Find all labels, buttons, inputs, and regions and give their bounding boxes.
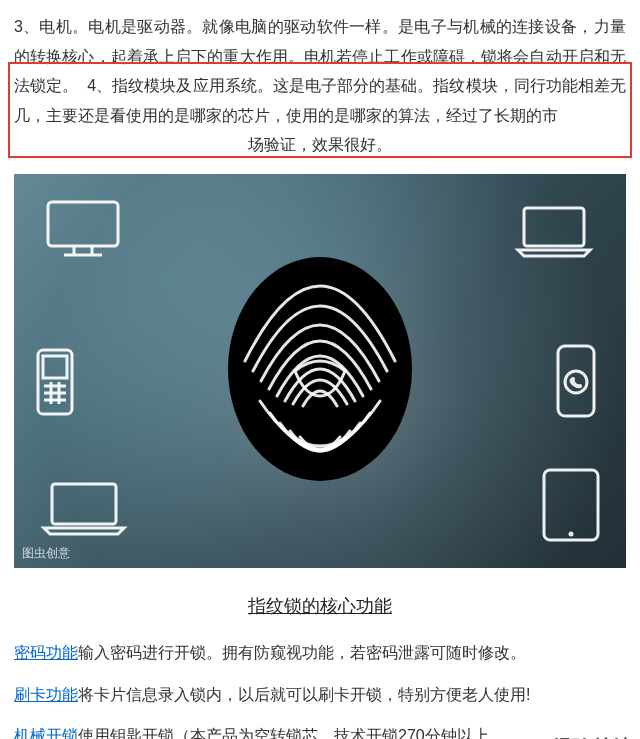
image-credit: 图虫创意 [22,545,70,562]
svg-rect-15 [544,470,598,540]
fingerprint-icon [215,241,425,491]
feature-password: 密码功能输入密码进行开锁。拥有防窥视功能，若密码泄露可随时修改。 [14,640,626,666]
hero-image: 图虫创意 [14,174,626,568]
feature-mechanical: 机械开锁使用钥匙开锁（本产品为空转锁芯，技术开锁270分钟以上 [14,723,626,739]
tablet-icon [540,466,602,544]
svg-point-16 [569,531,574,536]
svg-rect-14 [52,484,116,524]
paragraph-part-3: 场验证，效果很好。 [14,130,626,160]
feature-text-card: 将卡片信息录入锁内，以后就可以刷卡开锁，特别方便老人使用! [78,686,530,703]
section-title: 指纹锁的核心功能 [14,594,626,618]
monitor-icon [44,198,122,260]
smartphone-icon [554,342,598,420]
svg-rect-0 [48,202,118,246]
feature-phone-icon [34,346,76,418]
feature-link-card[interactable]: 刷卡功能 [14,686,78,703]
feature-link-mechanical[interactable]: 机械开锁 [14,727,78,739]
svg-rect-12 [558,346,594,416]
paragraph-part-2: 4、指纹模块及应用系统。这是电子部分的基础。指纹模块，同行功能相差无几，主要还是… [14,77,626,124]
svg-rect-6 [43,356,67,378]
svg-rect-4 [524,208,584,246]
feature-card: 刷卡功能将卡片信息录入锁内，以后就可以刷卡开锁，特别方便老人使用! [14,682,626,708]
feature-link-password[interactable]: 密码功能 [14,644,78,661]
article-paragraph: 3、电机。电机是驱动器。就像电脑的驱动软件一样。是电子与机械的连接设备，力量的转… [14,12,626,160]
laptop-icon [512,204,596,260]
feature-text-mechanical: 使用钥匙开锁（本产品为空转锁芯，技术开锁270分钟以上 [78,727,489,739]
feature-text-password: 输入密码进行开锁。拥有防窥视功能，若密码泄露可随时修改。 [78,644,526,661]
laptop-icon-2 [40,480,128,538]
svg-point-13 [565,371,587,393]
